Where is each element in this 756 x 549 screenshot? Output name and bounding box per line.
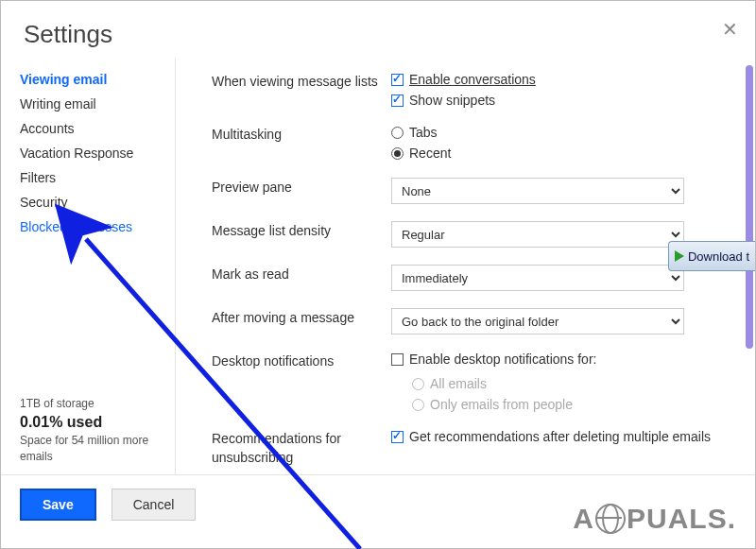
sidebar-item-filters[interactable]: Filters: [20, 170, 175, 185]
sidebar-item-accounts[interactable]: Accounts: [20, 121, 175, 136]
settings-window: Settings ✕ Viewing email Writing email A…: [0, 0, 756, 549]
check-icon: [391, 353, 404, 366]
select-preview-pane[interactable]: None: [391, 178, 684, 204]
sidebar-item-security[interactable]: Security: [20, 195, 175, 210]
checkbox-show-snippets[interactable]: Show snippets: [391, 93, 736, 108]
globe-icon: [595, 504, 626, 534]
label-recommendations: Recommendations for unsubscribing: [212, 429, 391, 467]
page-title: Settings: [24, 20, 755, 49]
label-desktop-notifications: Desktop notifications: [212, 352, 391, 370]
sidebar-item-writing-email[interactable]: Writing email: [20, 96, 175, 112]
header: Settings ✕: [1, 1, 755, 59]
storage-info: 1TB of storage 0.01% used Space for 54 m…: [20, 396, 175, 474]
label-viewing-lists: When viewing message lists: [212, 72, 391, 91]
close-icon[interactable]: ✕: [722, 18, 738, 41]
check-icon: [391, 431, 404, 443]
select-mark-read[interactable]: Immediately: [391, 265, 684, 291]
label-after-move: After moving a message: [212, 308, 391, 327]
storage-percent: 0.01% used: [20, 412, 175, 433]
radio-icon: [412, 399, 424, 411]
checkbox-recommendations[interactable]: Get recommendations after deleting multi…: [391, 429, 736, 444]
storage-remaining: Space for 54 million more emails: [20, 433, 175, 465]
checkbox-enable-desktop-notifications[interactable]: Enable desktop notifications for:: [391, 352, 736, 367]
sidebar: Viewing email Writing email Accounts Vac…: [1, 59, 176, 474]
radio-icon: [391, 127, 404, 139]
storage-total: 1TB of storage: [20, 396, 175, 412]
download-text: Download t: [688, 249, 749, 264]
label-multitasking: Multitasking: [212, 125, 391, 144]
label-preview-pane: Preview pane: [212, 178, 391, 197]
radio-icon: [391, 147, 404, 160]
cancel-button[interactable]: Cancel: [112, 489, 197, 521]
checkbox-enable-conversations[interactable]: Enable conversations: [391, 72, 736, 87]
radio-all-emails: All emails: [412, 376, 736, 391]
radio-recent[interactable]: Recent: [391, 146, 736, 161]
select-after-move[interactable]: Go back to the original folder: [391, 308, 684, 335]
radio-people-emails: Only emails from people: [412, 397, 736, 412]
play-icon: [675, 250, 684, 262]
scrollbar[interactable]: [746, 65, 753, 349]
check-icon: [391, 74, 404, 86]
label-density: Message list density: [212, 221, 391, 240]
check-icon: [391, 94, 404, 107]
sidebar-item-vacation-response[interactable]: Vacation Response: [20, 146, 175, 161]
sidebar-item-viewing-email[interactable]: Viewing email: [20, 72, 175, 87]
download-badge[interactable]: Download t: [668, 241, 755, 271]
save-button[interactable]: Save: [20, 489, 96, 521]
sidebar-item-blocked-addresses[interactable]: Blocked Addresses: [20, 219, 175, 234]
radio-tabs[interactable]: Tabs: [391, 125, 736, 140]
label-mark-read: Mark as read: [212, 265, 391, 283]
watermark: A PUALS.: [573, 503, 736, 535]
select-density[interactable]: Regular: [391, 221, 684, 248]
radio-icon: [412, 378, 424, 390]
